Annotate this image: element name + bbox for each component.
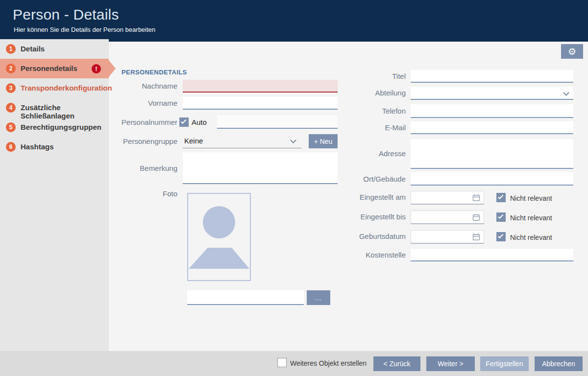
sidebar-item-label: Berechtigungsgruppen [21,123,101,131]
wizard-sidebar: 1 Details 2 Personendetails ! 3 Transpon… [0,39,109,351]
bemerkung-input[interactable] [183,152,338,184]
cancel-button[interactable]: Abbrechen [535,356,583,371]
telefon-label: Telefon [337,106,406,116]
nachname-label: Nachname [114,81,177,91]
personalnummer-label: Personalnummer [114,118,177,127]
error-badge-icon: ! [92,64,101,73]
page-subtitle: Hier können Sie die Details der Person b… [14,26,155,33]
chevron-down-icon [563,90,569,96]
email-input[interactable] [411,121,573,134]
nicht-relevant-label: Nicht relevant [510,214,552,222]
sidebar-item-details[interactable]: 1 Details [0,39,109,59]
telefon-input[interactable] [411,104,573,118]
calendar-icon[interactable] [472,213,480,221]
browse-photo-button[interactable]: ... [307,290,330,305]
foto-label: Foto [114,189,177,199]
person-silhouette-icon [188,194,250,280]
adresse-label: Adresse [337,149,406,159]
back-button[interactable]: < Zurück [373,356,420,371]
eingestellt-bis-label: Eingestellt bis [337,212,406,222]
geburtsdatum-input[interactable] [411,230,484,244]
sidebar-item-label: Details [21,45,45,53]
eingestellt-bis-input[interactable] [411,211,484,224]
calendar-icon[interactable] [472,194,480,202]
titel-input[interactable] [411,70,573,83]
create-another-label: Weiteres Objekt erstellen [290,359,367,367]
calendar-icon[interactable] [472,233,480,241]
step-5-number-badge: 5 [6,122,16,132]
next-button[interactable]: Weiter > [426,356,475,371]
kostenstelle-input[interactable] [411,249,573,261]
nicht-relevant-label: Nicht relevant [510,234,552,241]
eingestellt-bis-nicht-relevant-checkbox[interactable] [496,212,506,222]
sidebar-item-label: Hashtags [21,142,54,151]
gear-icon: ⚙ [568,47,576,56]
header-strip [109,39,588,42]
sidebar-item-zusaetzliche-schliessanlagen[interactable]: 4 Zusätzliche Schließanlagen [0,98,109,118]
abteilung-label: Abteilung [337,88,406,98]
checkmark-icon [181,118,186,124]
auto-label: Auto [192,118,207,126]
step-6-number-badge: 6 [6,142,16,152]
personengruppe-value: Keine [184,137,203,145]
nachname-input[interactable] [183,80,338,93]
step-2-number-badge: 2 [6,64,16,73]
active-step-arrow-icon [109,60,116,77]
chevron-down-icon [290,137,296,143]
checkmark-icon [498,233,503,238]
sidebar-item-label: Transponderkonfiguration [21,84,112,92]
window-header: Person - Details Hier können Sie die Det… [0,0,588,39]
vorname-label: Vorname [114,98,177,108]
section-title: PERSONENDETAILS [122,69,187,76]
sidebar-item-label: Personendetails [21,64,77,72]
sidebar-item-berechtigungsgruppen[interactable]: 5 Berechtigungsgruppen [0,118,109,137]
create-another-checkbox[interactable] [277,358,287,367]
form-area: ⚙ PERSONENDETAILS Nachname Vorname Perso… [109,39,588,351]
sidebar-item-hashtags[interactable]: 6 Hashtags [0,137,109,157]
page-title: Person - Details [13,6,119,23]
personalnummer-input[interactable] [217,115,338,129]
photo-placeholder[interactable] [187,193,251,281]
kostenstelle-label: Kostenstelle [337,250,406,260]
settings-button[interactable]: ⚙ [561,44,583,59]
sidebar-item-transponderkonfiguration[interactable]: 3 Transponderkonfiguration [0,78,109,98]
auto-checkbox[interactable] [179,118,189,127]
geburtsdatum-nicht-relevant-checkbox[interactable] [496,232,506,241]
eingestellt-am-label: Eingestellt am [337,192,406,202]
email-label: E-Mail [337,123,406,133]
sidebar-item-personendetails[interactable]: 2 Personendetails ! [0,59,109,78]
vorname-input[interactable] [183,97,338,110]
adresse-input[interactable] [411,139,573,169]
personengruppe-select[interactable]: Keine [183,134,301,148]
eingestellt-am-nicht-relevant-checkbox[interactable] [496,193,506,202]
eingestellt-am-input[interactable] [411,191,484,205]
new-personengruppe-button[interactable]: + Neu [309,134,338,148]
photo-file-input[interactable] [187,290,304,305]
step-1-number-badge: 1 [6,44,16,54]
checkmark-icon [498,213,503,219]
titel-label: Titel [337,71,406,81]
step-3-number-badge: 3 [6,83,16,93]
abteilung-select[interactable] [411,87,573,100]
select-underline [183,148,301,148]
ort-gebaeude-input[interactable] [411,172,573,186]
geburtsdatum-label: Geburtsdatum [337,232,406,241]
bemerkung-label: Bemerkung [114,164,177,173]
personengruppe-label: Personengruppe [114,137,177,146]
step-4-number-badge: 4 [6,103,16,113]
wizard-footer: Weiteres Objekt erstellen < Zurück Weite… [0,351,588,376]
checkmark-icon [498,194,503,199]
finish-button[interactable]: Fertigstellen [480,356,529,371]
nicht-relevant-label: Nicht relevant [510,194,552,202]
ort-gebaeude-label: Ort/Gebäude [337,174,406,184]
